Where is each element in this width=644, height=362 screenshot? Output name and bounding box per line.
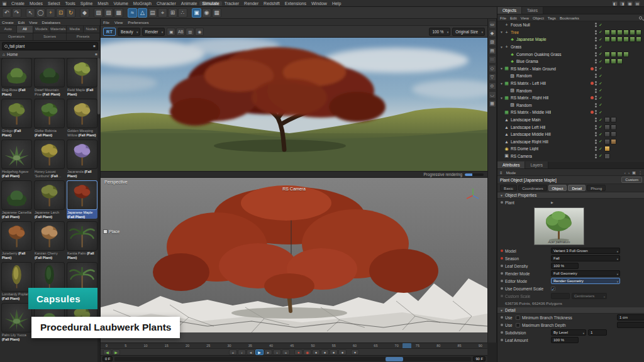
modeling-settings-icon[interactable]: ▦ bbox=[212, 8, 221, 18]
editor-visibility-dot[interactable] bbox=[595, 146, 597, 148]
expand-arrow-icon[interactable]: ▼ bbox=[499, 82, 504, 85]
render-settings-icon[interactable]: ▩ bbox=[114, 8, 123, 18]
texture-tag[interactable] bbox=[611, 124, 616, 130]
expand-arrow-icon[interactable]: ▼ bbox=[499, 96, 504, 100]
texture-mode-icon[interactable]: ▨ bbox=[489, 38, 496, 46]
om-row[interactable]: ▲Landscape Middle Hill✓ bbox=[497, 131, 644, 138]
editor-visibility-dot[interactable] bbox=[595, 154, 597, 156]
record-scale-button[interactable]: ● bbox=[321, 349, 329, 355]
anim-dot[interactable] bbox=[501, 324, 503, 326]
asset-item[interactable]: Lombardy Poplar (Fall Plant) bbox=[1, 262, 32, 300]
editor-visibility-dot[interactable] bbox=[595, 125, 597, 127]
quantize-icon[interactable]: ∴ bbox=[178, 8, 187, 18]
attr-tab-phong[interactable]: Phong bbox=[587, 185, 606, 191]
forward-icon[interactable]: › bbox=[628, 170, 630, 175]
asset-tab-nodes[interactable]: Nodes bbox=[84, 26, 101, 33]
render-visibility-dot[interactable] bbox=[595, 76, 597, 78]
viewport-filter-icon[interactable]: ◡ bbox=[489, 91, 496, 99]
axis-lock-icon[interactable]: ▣ bbox=[192, 8, 201, 18]
polygons-mode-icon[interactable]: ▽ bbox=[489, 74, 496, 81]
points-mode-icon[interactable]: ∷ bbox=[489, 56, 496, 63]
menu-redshift[interactable]: Redshift bbox=[261, 1, 282, 6]
asset-item[interactable]: Golden Weeping Willow (Fall Plant) bbox=[67, 99, 97, 137]
play-button[interactable]: ▶ bbox=[255, 349, 264, 355]
visibility-dots[interactable] bbox=[595, 89, 597, 93]
rt-button[interactable]: RT bbox=[103, 28, 116, 36]
object-properties-section[interactable]: ▼ Object Properties bbox=[497, 192, 644, 199]
texture-tag[interactable] bbox=[604, 139, 610, 145]
asset-item[interactable]: Japanese Camellia (Fall Plant) bbox=[1, 180, 32, 219]
asset-item[interactable]: Jacaranda (Fall Plant) bbox=[67, 140, 97, 178]
anim-dot[interactable] bbox=[501, 201, 503, 204]
render-visibility-dot[interactable] bbox=[595, 69, 597, 71]
enable-check-icon[interactable]: ✓ bbox=[598, 37, 603, 42]
menu-om-tags[interactable]: Tags bbox=[548, 16, 556, 20]
enable-check-icon[interactable]: ✓ bbox=[598, 132, 603, 137]
texture-tag[interactable] bbox=[617, 30, 623, 35]
editor-visibility-dot[interactable] bbox=[595, 37, 597, 39]
size-dropdown[interactable]: Original Size bbox=[452, 28, 485, 36]
enable-check-icon[interactable]: ✓ bbox=[598, 52, 603, 57]
attr-tab-basic[interactable]: Basic bbox=[500, 185, 517, 191]
menu-character[interactable]: Character bbox=[154, 1, 179, 6]
next-key-button[interactable]: › bbox=[273, 349, 281, 355]
asset-item[interactable]: Kentia Palm (Fall Plant) bbox=[67, 221, 97, 260]
editor-visibility-dot[interactable] bbox=[595, 132, 597, 134]
custom-button[interactable]: Custom bbox=[621, 177, 642, 183]
render-visibility-dot[interactable] bbox=[595, 142, 597, 144]
subdivision-dropdown[interactable]: By Level bbox=[551, 329, 586, 336]
leaf-density-field[interactable]: 100 % bbox=[551, 263, 579, 269]
visibility-dots[interactable] bbox=[595, 132, 597, 136]
asset-item[interactable]: Honey Locust 'Sunburst' (Fall Plant) bbox=[34, 140, 65, 178]
asset-tab-models[interactable]: Models bbox=[33, 26, 50, 33]
texture-tag[interactable] bbox=[636, 36, 641, 42]
pass-dropdown[interactable]: Beauty bbox=[118, 28, 140, 36]
texture-tag[interactable] bbox=[623, 52, 629, 57]
editor-visibility-dot[interactable] bbox=[595, 52, 597, 54]
enable-check-icon[interactable]: ✓ bbox=[598, 59, 603, 64]
om-row[interactable]: +Focus Null✓ bbox=[497, 21, 644, 29]
max-branch-depth-field[interactable] bbox=[617, 322, 644, 328]
texture-tag[interactable] bbox=[611, 30, 616, 35]
goto-start-button[interactable]: « bbox=[229, 349, 237, 355]
om-row[interactable]: ▦RS Matrix - Middle Hill✓ bbox=[497, 109, 644, 116]
texture-tag[interactable] bbox=[611, 117, 616, 123]
om-row[interactable]: ▲Landscape Right Hill✓ bbox=[497, 138, 644, 146]
workplane-icon[interactable]: ▤ bbox=[148, 8, 157, 18]
asset-tab-media[interactable]: Media bbox=[67, 26, 84, 33]
menu-rv-view[interactable]: View bbox=[114, 20, 123, 25]
texture-tag[interactable] bbox=[604, 153, 610, 159]
texture-tag[interactable] bbox=[611, 58, 616, 64]
subdivision-count-field[interactable]: 1 bbox=[588, 329, 607, 336]
snapshot-icon[interactable]: ▥ bbox=[186, 28, 194, 36]
enable-check-icon[interactable]: ✓ bbox=[598, 81, 603, 86]
menu-mograph[interactable]: MoGraph bbox=[131, 1, 154, 6]
menu-ab-create[interactable]: Create bbox=[2, 20, 14, 25]
mode-menu[interactable]: Mode bbox=[506, 170, 516, 175]
om-row[interactable]: ▨Random✓ bbox=[497, 72, 644, 80]
asset-sub-tab-operators[interactable]: Operators bbox=[0, 33, 33, 40]
region-render-icon[interactable]: ◉ bbox=[195, 28, 204, 36]
record-keyframe-button[interactable]: ● bbox=[294, 349, 303, 355]
enable-check-icon[interactable]: ✓ bbox=[598, 118, 603, 123]
menu-mesh[interactable]: Mesh bbox=[95, 1, 111, 6]
edges-mode-icon[interactable]: ◇ bbox=[489, 65, 496, 72]
om-row[interactable]: ▲Landscape Left Hill✓ bbox=[497, 123, 644, 131]
om-row[interactable]: ▼▦RS Matrix - Main Ground✓ bbox=[497, 65, 644, 73]
selection-tool-icon[interactable]: ↖ bbox=[26, 8, 35, 18]
asset-sub-tab-scenes[interactable]: Scenes bbox=[33, 33, 67, 40]
render-visibility-dot[interactable] bbox=[595, 62, 597, 63]
viewport-view-label[interactable]: Perspective bbox=[104, 180, 128, 184]
texture-tag[interactable] bbox=[604, 36, 610, 42]
editor-visibility-dot[interactable] bbox=[595, 59, 597, 61]
menu-om-bookmarks[interactable]: Bookmarks bbox=[560, 16, 579, 20]
render-visibility-dot[interactable] bbox=[595, 149, 597, 151]
editor-visibility-dot[interactable] bbox=[595, 81, 597, 83]
om-search-icon[interactable] bbox=[639, 16, 642, 19]
attr-manager-tab-attributes[interactable]: Attributes bbox=[497, 162, 525, 168]
asset-item[interactable]: Hedgehog Agave (Fall Plant) bbox=[1, 140, 32, 178]
menu-ab-view[interactable]: View bbox=[29, 20, 37, 25]
snap-icon[interactable]: ⌖ bbox=[158, 8, 167, 18]
prev-key-button[interactable]: ‹ bbox=[238, 349, 246, 355]
asset-item[interactable]: Field Maple (Fall Plant) bbox=[67, 58, 97, 96]
